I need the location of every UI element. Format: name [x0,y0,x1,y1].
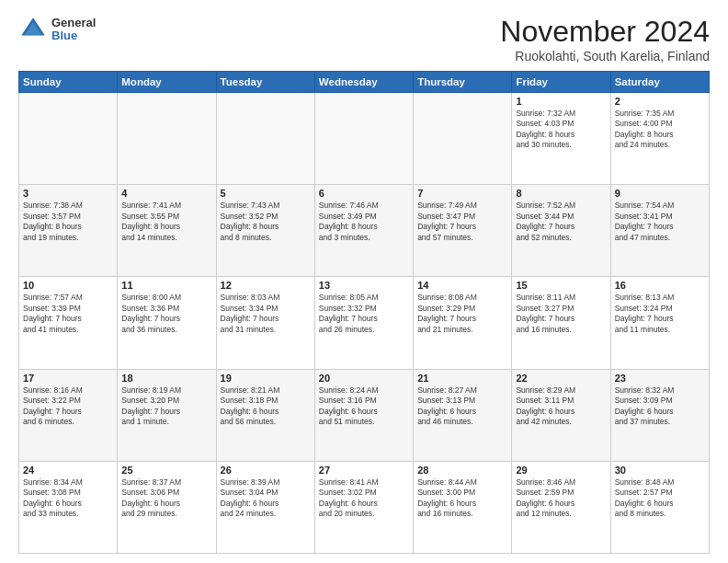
day-number: 25 [121,465,211,476]
day-info: Sunrise: 8:29 AM Sunset: 3:11 PM Dayligh… [516,385,606,428]
table-cell: 15Sunrise: 8:11 AM Sunset: 3:27 PM Dayli… [512,277,610,369]
day-number: 7 [417,188,507,199]
day-info: Sunrise: 8:48 AM Sunset: 2:57 PM Dayligh… [615,477,705,520]
day-info: Sunrise: 8:27 AM Sunset: 3:13 PM Dayligh… [417,385,507,428]
table-cell: 14Sunrise: 8:08 AM Sunset: 3:29 PM Dayli… [414,277,512,369]
day-info: Sunrise: 8:34 AM Sunset: 3:08 PM Dayligh… [23,477,113,520]
day-number: 26 [221,465,311,476]
table-cell [216,93,314,185]
day-number: 13 [319,280,409,291]
table-cell: 22Sunrise: 8:29 AM Sunset: 3:11 PM Dayli… [512,369,610,461]
logo-blue-text: Blue [51,29,96,42]
week-row-3: 10Sunrise: 7:57 AM Sunset: 3:39 PM Dayli… [19,277,710,369]
table-cell: 5Sunrise: 7:43 AM Sunset: 3:52 PM Daylig… [216,185,314,277]
day-number: 24 [23,465,113,476]
day-info: Sunrise: 8:13 AM Sunset: 3:24 PM Dayligh… [615,293,705,335]
table-cell: 21Sunrise: 8:27 AM Sunset: 3:13 PM Dayli… [414,369,512,461]
day-number: 8 [516,188,606,199]
logo-icon [18,15,48,44]
table-cell: 7Sunrise: 7:49 AM Sunset: 3:47 PM Daylig… [414,185,512,277]
day-info: Sunrise: 7:54 AM Sunset: 3:41 PM Dayligh… [615,201,705,243]
table-cell: 28Sunrise: 8:44 AM Sunset: 3:00 PM Dayli… [414,461,512,553]
day-info: Sunrise: 8:44 AM Sunset: 3:00 PM Dayligh… [417,477,507,520]
day-number: 20 [319,373,409,384]
table-cell: 1Sunrise: 7:32 AM Sunset: 4:03 PM Daylig… [512,93,610,185]
day-info: Sunrise: 8:32 AM Sunset: 3:09 PM Dayligh… [615,385,705,428]
day-info: Sunrise: 8:46 AM Sunset: 2:59 PM Dayligh… [516,477,606,520]
day-number: 15 [516,280,606,291]
col-saturday: Saturday [610,72,709,93]
day-info: Sunrise: 8:03 AM Sunset: 3:34 PM Dayligh… [221,293,311,335]
day-number: 17 [23,373,113,384]
table-cell: 13Sunrise: 8:05 AM Sunset: 3:32 PM Dayli… [314,277,413,369]
day-number: 22 [516,373,606,384]
table-cell [414,93,512,185]
day-info: Sunrise: 8:37 AM Sunset: 3:06 PM Dayligh… [121,477,211,520]
col-thursday: Thursday [414,72,512,93]
table-cell: 19Sunrise: 8:21 AM Sunset: 3:18 PM Dayli… [216,369,314,461]
day-number: 11 [121,280,211,291]
day-info: Sunrise: 8:11 AM Sunset: 3:27 PM Dayligh… [516,293,606,335]
day-info: Sunrise: 7:57 AM Sunset: 3:39 PM Dayligh… [23,293,113,335]
table-cell [19,93,118,185]
day-number: 21 [417,373,507,384]
day-number: 18 [121,373,211,384]
col-friday: Friday [512,72,610,93]
day-info: Sunrise: 8:16 AM Sunset: 3:22 PM Dayligh… [23,385,113,428]
table-cell: 10Sunrise: 7:57 AM Sunset: 3:39 PM Dayli… [19,277,118,369]
day-number: 16 [615,280,705,291]
day-number: 9 [615,188,705,199]
day-number: 6 [319,188,409,199]
day-number: 14 [417,280,507,291]
day-number: 2 [615,96,705,107]
day-number: 1 [516,96,606,107]
day-number: 27 [319,465,409,476]
table-cell [314,93,413,185]
day-info: Sunrise: 7:38 AM Sunset: 3:57 PM Dayligh… [23,201,113,243]
weekday-header-row: Sunday Monday Tuesday Wednesday Thursday… [19,72,710,93]
day-number: 28 [417,465,507,476]
table-cell: 29Sunrise: 8:46 AM Sunset: 2:59 PM Dayli… [512,461,610,553]
table-cell: 12Sunrise: 8:03 AM Sunset: 3:34 PM Dayli… [216,277,314,369]
calendar-table: Sunday Monday Tuesday Wednesday Thursday… [18,71,710,554]
week-row-1: 1Sunrise: 7:32 AM Sunset: 4:03 PM Daylig… [19,93,710,185]
table-cell: 9Sunrise: 7:54 AM Sunset: 3:41 PM Daylig… [610,185,709,277]
day-number: 12 [221,280,311,291]
header: General Blue November 2024 Ruokolahti, S… [18,15,710,63]
col-tuesday: Tuesday [216,72,314,93]
table-cell: 6Sunrise: 7:46 AM Sunset: 3:49 PM Daylig… [314,185,413,277]
page: General Blue November 2024 Ruokolahti, S… [0,0,728,563]
table-cell: 18Sunrise: 8:19 AM Sunset: 3:20 PM Dayli… [118,369,216,461]
table-cell: 11Sunrise: 8:00 AM Sunset: 3:36 PM Dayli… [118,277,216,369]
logo: General Blue [18,15,96,44]
day-number: 29 [516,465,606,476]
week-row-2: 3Sunrise: 7:38 AM Sunset: 3:57 PM Daylig… [19,185,710,277]
day-info: Sunrise: 8:08 AM Sunset: 3:29 PM Dayligh… [417,293,507,335]
week-row-4: 17Sunrise: 8:16 AM Sunset: 3:22 PM Dayli… [19,369,710,461]
table-cell: 16Sunrise: 8:13 AM Sunset: 3:24 PM Dayli… [610,277,709,369]
col-sunday: Sunday [19,72,118,93]
day-info: Sunrise: 7:41 AM Sunset: 3:55 PM Dayligh… [121,201,211,243]
day-info: Sunrise: 8:00 AM Sunset: 3:36 PM Dayligh… [121,293,211,335]
title-block: November 2024 Ruokolahti, South Karelia,… [500,15,710,63]
day-number: 30 [615,465,705,476]
day-info: Sunrise: 8:21 AM Sunset: 3:18 PM Dayligh… [221,385,311,428]
day-number: 4 [121,188,211,199]
table-cell: 25Sunrise: 8:37 AM Sunset: 3:06 PM Dayli… [118,461,216,553]
col-monday: Monday [118,72,216,93]
day-info: Sunrise: 7:49 AM Sunset: 3:47 PM Dayligh… [417,201,507,243]
table-cell: 8Sunrise: 7:52 AM Sunset: 3:44 PM Daylig… [512,185,610,277]
day-number: 19 [221,373,311,384]
day-info: Sunrise: 7:43 AM Sunset: 3:52 PM Dayligh… [221,201,311,243]
day-info: Sunrise: 7:46 AM Sunset: 3:49 PM Dayligh… [319,201,409,243]
logo-general-text: General [51,17,96,29]
location-subtitle: Ruokolahti, South Karelia, Finland [500,49,710,63]
table-cell: 3Sunrise: 7:38 AM Sunset: 3:57 PM Daylig… [19,185,118,277]
table-cell: 4Sunrise: 7:41 AM Sunset: 3:55 PM Daylig… [118,185,216,277]
col-wednesday: Wednesday [314,72,413,93]
table-cell: 30Sunrise: 8:48 AM Sunset: 2:57 PM Dayli… [610,461,709,553]
day-number: 5 [221,188,311,199]
table-cell: 20Sunrise: 8:24 AM Sunset: 3:16 PM Dayli… [314,369,413,461]
day-info: Sunrise: 8:39 AM Sunset: 3:04 PM Dayligh… [221,477,311,520]
table-cell: 24Sunrise: 8:34 AM Sunset: 3:08 PM Dayli… [19,461,118,553]
